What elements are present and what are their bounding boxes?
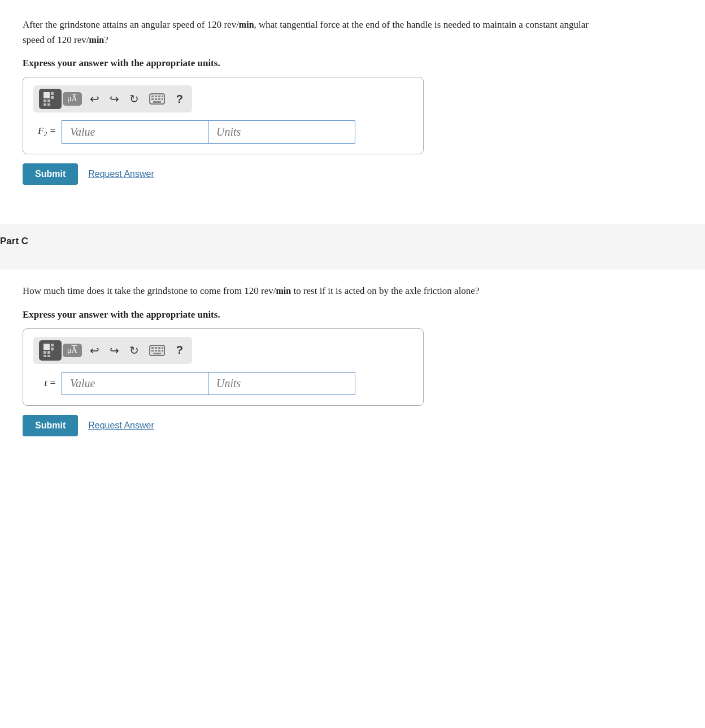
part-c-question-icon: ? bbox=[176, 344, 183, 356]
svg-rect-31 bbox=[158, 350, 160, 352]
svg-rect-21 bbox=[47, 351, 50, 354]
svg-rect-6 bbox=[47, 103, 50, 106]
part-c-undo-icon: ↩ bbox=[90, 344, 99, 357]
mu-button[interactable]: μÅ bbox=[63, 92, 82, 106]
part-c-header-section: Part C bbox=[0, 224, 705, 270]
svg-rect-22 bbox=[43, 355, 46, 357]
svg-rect-12 bbox=[151, 98, 154, 100]
svg-rect-25 bbox=[151, 347, 154, 349]
part-c-answer-box: μÅ ↩ ↪ ↻ bbox=[23, 328, 424, 406]
part-b-input-row: F2 = bbox=[33, 120, 413, 144]
part-b-format-buttons: μÅ bbox=[39, 89, 82, 109]
svg-rect-23 bbox=[47, 355, 50, 357]
svg-rect-29 bbox=[151, 350, 154, 352]
svg-rect-1 bbox=[51, 92, 54, 95]
reset-button[interactable]: ↻ bbox=[127, 91, 141, 107]
svg-rect-5 bbox=[43, 103, 46, 106]
part-c-express-label: Express your answer with the appropriate… bbox=[23, 309, 599, 320]
svg-rect-18 bbox=[51, 344, 54, 346]
svg-rect-10 bbox=[158, 96, 160, 97]
undo-button[interactable]: ↩ bbox=[88, 91, 102, 107]
part-c-reset-button[interactable]: ↻ bbox=[127, 343, 141, 358]
part-c-mu-label: μ bbox=[67, 346, 72, 355]
part-b-answer-box: μÅ ↩ ↪ ↻ bbox=[23, 77, 424, 154]
part-c-format-buttons: μÅ bbox=[39, 340, 82, 361]
svg-rect-17 bbox=[43, 344, 50, 350]
svg-rect-15 bbox=[162, 98, 163, 100]
part-c-refresh-icon: ↻ bbox=[129, 344, 139, 357]
svg-rect-3 bbox=[43, 99, 46, 102]
part-c-redo-button[interactable]: ↪ bbox=[107, 343, 121, 358]
part-b-value-input[interactable] bbox=[62, 120, 208, 144]
svg-rect-9 bbox=[155, 96, 157, 97]
part-b-submit-button[interactable]: Submit bbox=[23, 163, 78, 185]
part-c-a-label: Å bbox=[72, 346, 77, 355]
part-c-request-answer-button[interactable]: Request Answer bbox=[88, 421, 154, 431]
part-c-matrix-icon-button[interactable] bbox=[39, 340, 62, 361]
keyboard-button[interactable] bbox=[147, 92, 167, 106]
refresh-icon: ↻ bbox=[129, 92, 139, 106]
svg-rect-28 bbox=[162, 347, 163, 349]
part-c-submit-row: Submit Request Answer bbox=[23, 415, 599, 436]
svg-rect-16 bbox=[153, 101, 161, 103]
part-c-toolbar: μÅ ↩ ↪ ↻ bbox=[33, 337, 192, 364]
part-b-units-input[interactable] bbox=[208, 120, 355, 144]
svg-rect-33 bbox=[153, 353, 161, 354]
svg-rect-8 bbox=[151, 96, 154, 97]
redo-icon: ↪ bbox=[110, 92, 119, 106]
part-c-submit-button[interactable]: Submit bbox=[23, 415, 78, 436]
svg-rect-14 bbox=[158, 98, 160, 100]
svg-rect-27 bbox=[158, 347, 160, 349]
redo-button[interactable]: ↪ bbox=[107, 91, 121, 107]
svg-rect-20 bbox=[43, 351, 46, 354]
question-icon: ? bbox=[176, 93, 183, 105]
part-c-undo-button[interactable]: ↩ bbox=[88, 343, 102, 358]
part-c-value-input[interactable] bbox=[62, 372, 208, 395]
part-c-redo-icon: ↪ bbox=[110, 344, 119, 357]
svg-rect-4 bbox=[47, 99, 50, 102]
svg-rect-26 bbox=[155, 347, 157, 349]
part-c-label: Part C bbox=[0, 236, 621, 247]
part-c-help-button[interactable]: ? bbox=[173, 343, 186, 358]
undo-icon: ↩ bbox=[90, 92, 99, 106]
part-c-input-row: t = bbox=[33, 372, 413, 395]
svg-rect-13 bbox=[155, 98, 157, 100]
svg-rect-0 bbox=[43, 92, 50, 98]
matrix-icon-button[interactable] bbox=[39, 89, 62, 109]
svg-rect-32 bbox=[162, 350, 163, 352]
part-c-variable-label: t = bbox=[33, 378, 56, 389]
part-c-keyboard-button[interactable] bbox=[147, 344, 167, 357]
part-b-toolbar: μÅ ↩ ↪ ↻ bbox=[33, 85, 192, 112]
svg-rect-2 bbox=[51, 96, 54, 99]
mu-label: μ bbox=[67, 94, 72, 103]
a-label: Å bbox=[72, 94, 77, 103]
svg-rect-11 bbox=[162, 96, 163, 97]
part-b-submit-row: Submit Request Answer bbox=[23, 163, 599, 185]
part-b-express-label: Express your answer with the appropriate… bbox=[23, 58, 599, 69]
part-b-request-answer-button[interactable]: Request Answer bbox=[88, 169, 154, 179]
part-c-question: How much time does it take the grindston… bbox=[23, 283, 599, 298]
help-button[interactable]: ? bbox=[173, 92, 186, 107]
part-c-units-input[interactable] bbox=[208, 372, 355, 395]
part-b-question: After the grindstone attains an angular … bbox=[23, 17, 599, 47]
svg-rect-19 bbox=[51, 348, 54, 350]
part-b-variable-label: F2 = bbox=[33, 125, 56, 138]
svg-rect-30 bbox=[155, 350, 157, 352]
part-c-mu-button[interactable]: μÅ bbox=[63, 344, 82, 357]
